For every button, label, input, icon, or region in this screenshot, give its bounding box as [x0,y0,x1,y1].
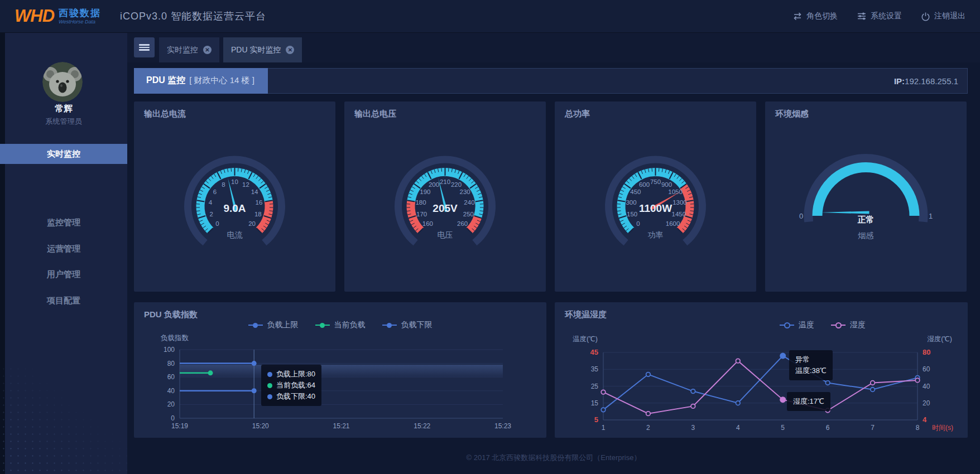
legend-item-load-upper[interactable]: 负载上限 [248,320,299,330]
close-icon[interactable]: ✕ [203,46,212,54]
page-title-bar: PDU 监控 [ 财政中心 14 楼 ] IP:192.168.255.1 [134,68,968,94]
legend-item-load-lower[interactable]: 负载下限 [382,320,433,330]
svg-text:205V: 205V [433,202,458,214]
pdu-dashboard: WHD 西骏数据 WestHorse Data iCOPv3.0 智能数据运营云… [0,0,980,474]
svg-text:170: 170 [416,211,427,217]
svg-text:1450: 1450 [672,211,686,217]
sidebar-item-operation-mgmt[interactable]: 运营管理 [0,242,127,255]
svg-text:1: 1 [602,424,606,432]
collapse-menu-button[interactable] [134,37,155,57]
svg-text:0: 0 [171,414,175,422]
svg-text:0: 0 [636,220,640,227]
svg-text:20: 20 [167,400,175,408]
env-chart-card: 环境温湿度 温度 湿度 温度(℃) 湿度(℃) 5415202540356045… [555,302,968,438]
logout-icon [921,12,930,21]
settings-icon [857,12,867,21]
role-switch-button[interactable]: 角色切换 [792,11,838,21]
svg-text:3: 3 [691,424,695,432]
svg-text:60: 60 [923,365,930,373]
svg-text:240: 240 [464,199,474,206]
svg-text:烟感: 烟感 [858,231,874,240]
logout-button[interactable]: 注销退出 [921,11,965,21]
legend-item-humidity[interactable]: 湿度 [831,320,866,330]
app-title: iCOPv3.0 智能数据运营云平台 [120,9,266,23]
brand-logo: WHD 西骏数据 WestHorse Data [15,6,101,26]
svg-text:600: 600 [639,181,650,188]
ip-value: 192.168.255.1 [905,76,958,86]
svg-text:45: 45 [590,348,598,356]
svg-text:230: 230 [460,188,470,195]
tooltip-row: 异常 [795,354,827,365]
legend-label: 温度 [799,320,814,330]
tab-pdu-realtime-monitor[interactable]: PDU 实时监控 ✕ [223,37,302,62]
svg-text:电流: 电流 [227,230,243,239]
page-location: [ 财政中心 14 楼 ] [189,75,254,86]
svg-text:功率: 功率 [648,230,664,239]
left-axis-label: 温度(℃) [573,335,598,344]
svg-text:0: 0 [799,212,803,220]
avatar [42,62,83,102]
svg-text:7: 7 [871,424,875,432]
svg-text:15:19: 15:19 [171,422,188,430]
svg-text:80: 80 [923,348,930,356]
open-tabs: 实时监控 ✕ PDU 实时监控 ✕ [159,37,302,62]
svg-text:15: 15 [591,399,599,407]
tab-label: 实时监控 [167,45,198,55]
tab-label: PDU 实时监控 [231,45,281,55]
right-axis-label: 湿度(℃) [927,335,952,344]
temperature-tooltip: 异常 温度:38℃ [789,350,833,380]
svg-text:20: 20 [923,399,930,407]
user-role: 系统管理员 [0,117,127,127]
sidebar-item-realtime-monitor[interactable]: 实时监控 [0,144,127,164]
svg-text:750: 750 [650,178,661,185]
load-chart-card: PDU 负载指数 负载上限 当前负载 负载下限 负载指数 02040608010… [134,302,546,438]
svg-text:15:20: 15:20 [252,422,269,430]
current-gauge: 024681012141618209.0A电流 [134,118,335,286]
svg-text:15:21: 15:21 [333,422,349,430]
sidebar-item-monitor-mgmt[interactable]: 监控管理 [0,216,127,229]
tooltip-row: 温度:38℃ [795,365,827,376]
smoke-gauge-card: 环境烟感 01正常烟感 [765,101,967,292]
sidebar-item-project-config[interactable]: 项目配置 [0,294,127,307]
system-settings-button[interactable]: 系统设置 [857,11,902,21]
sidebar-item-label: 实时监控 [47,149,80,158]
svg-text:8: 8 [916,424,920,432]
svg-text:250: 250 [463,211,474,217]
tooltip-row: 负载下限:40 [276,391,315,402]
svg-text:16: 16 [256,199,263,206]
legend-label: 湿度 [850,320,866,330]
svg-text:300: 300 [626,199,636,206]
legend-label: 当前负载 [334,320,366,330]
svg-text:1600: 1600 [666,220,680,227]
svg-text:40: 40 [923,383,930,390]
svg-text:5: 5 [781,424,785,432]
legend-item-load-current[interactable]: 当前负载 [315,320,366,330]
power-gauge-card: 总功率 015030045060075090010501300145016001… [555,101,756,292]
sidebar-item-label: 运营管理 [47,244,80,253]
svg-text:12: 12 [242,181,249,188]
logo-en: WestHorse Data [59,20,101,25]
svg-text:18: 18 [254,211,262,217]
tab-realtime-monitor[interactable]: 实时监控 ✕ [159,37,219,62]
svg-text:2: 2 [646,424,650,432]
hamburger-icon [139,43,150,52]
system-settings-label: 系统设置 [871,11,902,21]
svg-text:时间(s): 时间(s) [932,424,953,432]
legend-item-temperature[interactable]: 温度 [780,320,814,330]
svg-text:210: 210 [440,178,450,185]
svg-text:1100W: 1100W [639,202,672,214]
sidebar-item-label: 监控管理 [47,217,80,227]
svg-text:5: 5 [594,415,598,424]
sidebar-item-user-mgmt[interactable]: 用户管理 [0,268,127,281]
svg-text:2: 2 [209,211,213,217]
close-icon[interactable]: ✕ [286,46,294,54]
humidity-tooltip: 湿度:17℃ [787,392,830,411]
particle-decoration [0,365,127,474]
svg-text:25: 25 [591,383,599,390]
tooltip-row: 湿度:17℃ [793,396,824,407]
app-header: WHD 西骏数据 WestHorse Data iCOPv3.0 智能数据运营云… [0,0,980,33]
svg-text:4: 4 [736,424,740,432]
current-gauge-card: 输出总电流 024681012141618209.0A电流 [134,101,335,292]
role-switch-label: 角色切换 [806,11,838,21]
svg-text:15:22: 15:22 [414,422,430,430]
